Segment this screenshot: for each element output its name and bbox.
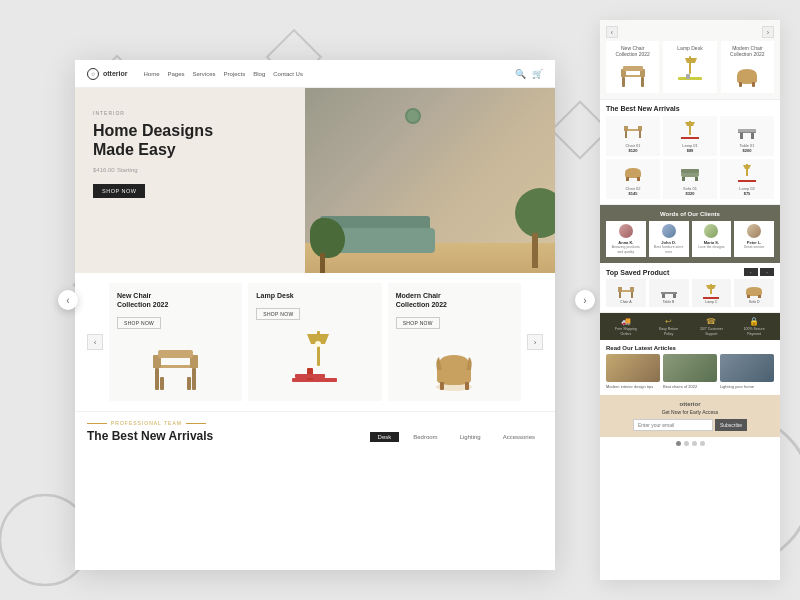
rp-card-3: Modern ChairCollection 2022	[721, 41, 774, 93]
rp-ts-item-2: Table B	[649, 279, 689, 307]
svg-rect-32	[622, 77, 625, 87]
rp-testimonials-title: Words of Our Clients	[606, 211, 774, 217]
tab-bedroom[interactable]: Bedroom	[405, 432, 445, 442]
navbar: ○ otterior Home Pages Services Projects …	[75, 60, 555, 88]
testimonial-text-3: Love the designs	[695, 245, 729, 250]
rp-card-2-title: Lamp Desk	[667, 45, 712, 51]
rp-ts-name-1: Chair A	[609, 300, 643, 304]
plant-left	[310, 213, 350, 273]
nav-action-icons: 🔍 🛒	[515, 69, 543, 79]
nav-blog[interactable]: Blog	[253, 71, 265, 77]
rp-grid-price-3: $200	[723, 148, 771, 153]
svg-point-24	[315, 341, 321, 347]
svg-rect-67	[662, 294, 665, 298]
svg-rect-66	[661, 292, 677, 294]
rp-cta-email-input[interactable]	[633, 419, 713, 431]
right-panel: ‹ › New ChairCollection 2022	[600, 20, 780, 580]
featured-arrow-right[interactable]: ›	[527, 334, 543, 350]
rp-blog-card-2: Best chairs of 2022	[663, 354, 717, 390]
svg-marker-46	[685, 122, 695, 126]
rp-feature-text-2: Easy ReturnPolicy	[649, 327, 689, 336]
rp-dot-4[interactable]	[700, 441, 705, 446]
rp-top-saved-grid: Chair A Table B Lamp C Sofa D	[606, 279, 774, 307]
svg-rect-17	[160, 377, 164, 390]
svg-rect-14	[158, 350, 193, 358]
rp-saved-prev[interactable]: ‹	[744, 268, 758, 276]
tab-desk[interactable]: Desk	[370, 432, 400, 442]
hero-tag: INTERIOR	[93, 110, 291, 116]
cart-icon[interactable]: 🛒	[532, 69, 543, 79]
featured-products-section: ‹ New ChairCollection 2022 SHOP NOW	[75, 273, 555, 411]
rp-blog-img-1	[606, 354, 660, 382]
rp-card-2: Lamp Desk	[663, 41, 716, 93]
rp-feature-text-1: Free ShippingOrders	[606, 327, 646, 336]
rp-feature-secure: 🔒 100% SecurePayment	[734, 317, 774, 336]
hero-cta-button[interactable]: SHOP NOW	[93, 184, 145, 198]
product-card-3-title: Modern ChairCollection 2022	[396, 291, 513, 309]
svg-rect-50	[751, 133, 754, 139]
rp-grid-img-2	[666, 119, 714, 141]
shop-now-btn-2[interactable]: SHOP NOW	[256, 308, 300, 320]
rp-feature-support: ☎ 24/7 CustomerSupport	[692, 317, 732, 336]
rp-arrow-left[interactable]: ‹	[606, 26, 618, 38]
rp-ts-name-3: Lamp C	[695, 300, 729, 304]
featured-arrow-left[interactable]: ‹	[87, 334, 103, 350]
svg-rect-72	[747, 295, 750, 298]
rp-dot-1[interactable]	[676, 441, 681, 446]
rp-blog-section: Read Our Latest Articles Modern interior…	[600, 340, 780, 395]
slider-arrow-right[interactable]: ›	[575, 290, 595, 310]
rp-cta-form: Subscribe	[606, 419, 774, 431]
nav-services[interactable]: Services	[193, 71, 216, 77]
svg-rect-27	[465, 382, 469, 390]
product-img-3	[396, 335, 513, 395]
testimonial-text-4: Great service	[737, 245, 771, 250]
nav-pages[interactable]: Pages	[168, 71, 185, 77]
rp-top-saved-title: Top Saved Product	[606, 269, 669, 276]
svg-rect-64	[619, 292, 621, 298]
main-website: ○ otterior Home Pages Services Projects …	[75, 60, 555, 570]
tab-accessories[interactable]: Accessories	[495, 432, 543, 442]
arrivals-title: The Best New Arrivals	[87, 429, 213, 443]
rp-grid-price-4: $145	[609, 191, 657, 196]
shop-now-btn-3[interactable]: SHOP NOW	[396, 317, 440, 329]
rp-dot-2[interactable]	[684, 441, 689, 446]
rp-feature-return: ↩ Easy ReturnPolicy	[649, 317, 689, 336]
rp-blog-img-3	[720, 354, 774, 382]
search-icon[interactable]: 🔍	[515, 69, 526, 79]
nav-home[interactable]: Home	[144, 71, 160, 77]
nav-projects[interactable]: Projects	[224, 71, 246, 77]
rp-feature-text-3: 24/7 CustomerSupport	[692, 327, 732, 336]
hero-section: INTERIOR Home DeasignsMade Easy $416.00 …	[75, 88, 555, 273]
svg-rect-18	[187, 377, 191, 390]
hero-image	[305, 88, 555, 273]
rp-blog-title: Read Our Latest Articles	[606, 345, 774, 351]
rp-ts-item-4: Sofa D	[734, 279, 774, 307]
svg-rect-21	[295, 374, 325, 378]
rp-ts-img-3	[695, 282, 729, 300]
svg-rect-63	[630, 287, 634, 292]
svg-rect-15	[155, 368, 159, 390]
tab-lighting[interactable]: Lighting	[452, 432, 489, 442]
rp-ts-img-4	[737, 282, 771, 300]
rp-pagination-dots	[600, 437, 780, 450]
shop-now-btn-1[interactable]: SHOP NOW	[117, 317, 161, 329]
slider-arrow-left[interactable]: ‹	[58, 290, 78, 310]
rp-feature-shipping: 🚚 Free ShippingOrders	[606, 317, 646, 336]
testimonial-text-2: Best furniture store ever	[652, 245, 686, 254]
rp-card-3-img	[725, 59, 770, 89]
arrivals-tabs: Desk Bedroom Lighting Accessories	[370, 432, 543, 442]
rp-grid-item-6: Lamp 02 $75	[720, 159, 774, 199]
rp-cta-text: Get Now for Early Access	[606, 409, 774, 415]
rp-arrow-right[interactable]: ›	[762, 26, 774, 38]
rp-cta-subscribe-button[interactable]: Subscribe	[715, 419, 747, 431]
rp-grid-img-3	[723, 119, 771, 141]
rp-saved-next[interactable]: ›	[760, 268, 774, 276]
shipping-icon: 🚚	[606, 317, 646, 326]
logo-icon: ○	[87, 68, 99, 80]
rp-dot-3[interactable]	[692, 441, 697, 446]
svg-rect-43	[625, 131, 627, 138]
rp-arrivals-grid: Chair 01 $120 Lamp 01 $89 Table 01 $200	[606, 116, 774, 199]
svg-rect-71	[703, 297, 719, 299]
testimonial-2: John D. Best furniture store ever	[649, 221, 689, 257]
nav-contact[interactable]: Contact Us	[273, 71, 303, 77]
